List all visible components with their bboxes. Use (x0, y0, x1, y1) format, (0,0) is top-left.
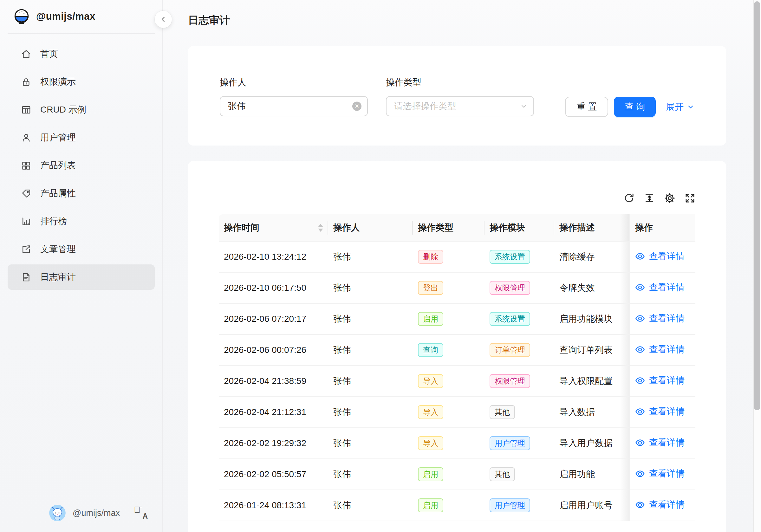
operation-type-tag: 启用 (418, 312, 443, 326)
sidebar-item-permission[interactable]: 权限演示 (8, 69, 155, 94)
view-detail-link[interactable]: 查看详情 (635, 437, 684, 448)
home-icon (21, 49, 31, 59)
eye-icon (635, 438, 645, 448)
sidebar-item-crud[interactable]: CRUD 示例 (8, 97, 155, 122)
operation-type-field: 操作类型 请选择操作类型 (386, 77, 534, 146)
cell-action: 查看详情 (629, 242, 695, 273)
sidebar-item-label: 首页 (40, 48, 58, 60)
user-icon (21, 133, 31, 143)
cell-operation-type: 登出 (413, 273, 485, 304)
sidebar-item-home[interactable]: 首页 (8, 41, 155, 67)
table-row: 2026-02-10 06:17:50张伟登出权限管理令牌失效查看详情 (219, 273, 695, 304)
table-header-row: 操作时间操作人操作类型操作模块操作描述操作 (219, 214, 695, 242)
cell-operation-desc: 启用功能 (554, 459, 629, 490)
sidebar-item-articles[interactable]: 文章管理 (8, 237, 155, 262)
lock-icon (21, 77, 31, 87)
sidebar-item-users[interactable]: 用户管理 (8, 125, 155, 150)
fullscreen-icon[interactable] (684, 193, 695, 204)
view-detail-link[interactable]: 查看详情 (635, 250, 684, 262)
cell-operation-module: 用户管理 (485, 428, 554, 459)
cell-operation-type: 导入 (413, 428, 485, 459)
audit-log-table: 操作时间操作人操作类型操作模块操作描述操作 2026-02-10 13:24:1… (219, 214, 695, 521)
chevron-down-icon (520, 102, 528, 110)
column-height-icon[interactable] (644, 193, 655, 204)
cell-operation-module: 权限管理 (485, 366, 554, 397)
operation-module-tag: 系统设置 (490, 312, 530, 326)
operation-module-tag: 订单管理 (490, 343, 530, 357)
sidebar-item-label: 文章管理 (40, 243, 76, 255)
operation-type-select[interactable]: 请选择操作类型 (386, 96, 534, 116)
app-window: @umijs/max 首页权限演示CRUD 示例用户管理产品列表产品属性排行榜文… (0, 0, 761, 532)
operator-input-wrapper: ✕ (220, 96, 368, 116)
expand-link[interactable]: 展开 (666, 101, 694, 113)
cell-action: 查看详情 (629, 459, 695, 490)
cell-operation-time: 2026-02-02 05:50:57 (219, 459, 328, 490)
query-button[interactable]: 查 询 (614, 97, 656, 117)
view-detail-link[interactable]: 查看详情 (635, 405, 684, 418)
filter-actions: 重 置 查 询 展开 (565, 97, 694, 117)
edit-icon (21, 244, 31, 255)
sidebar-item-product-attrs[interactable]: 产品属性 (8, 181, 155, 206)
sidebar-item-ranking[interactable]: 排行榜 (8, 208, 155, 234)
reload-icon[interactable] (624, 193, 634, 204)
settings-gear-icon[interactable] (664, 193, 675, 204)
sidebar-item-label: 用户管理 (40, 132, 76, 144)
cell-operation-desc: 令牌失效 (554, 273, 629, 304)
cell-operator: 张伟 (328, 459, 413, 490)
cell-operation-desc: 启用用户账号 (554, 490, 629, 521)
eye-icon (635, 376, 645, 385)
cell-operation-time: 2026-02-06 07:20:17 (219, 304, 328, 335)
operation-type-tag: 导入 (418, 405, 443, 419)
eye-icon (635, 282, 645, 292)
table-row: 2026-02-04 21:12:31张伟导入其他导入数据查看详情 (219, 397, 695, 428)
cell-action: 查看详情 (629, 335, 695, 366)
file-text-icon (21, 272, 31, 282)
operation-type-tag: 启用 (418, 467, 443, 481)
cell-action: 查看详情 (629, 273, 695, 304)
chevron-down-icon (687, 103, 694, 111)
footer-brand-name: @umijs/max (73, 508, 120, 518)
cell-operation-time: 2026-02-10 06:17:50 (219, 273, 328, 304)
table-row: 2026-02-02 05:50:57张伟启用其他启用功能查看详情 (219, 459, 695, 490)
column-header-type: 操作类型 (413, 214, 485, 242)
view-detail-link[interactable]: 查看详情 (635, 343, 684, 355)
sidebar-collapse-button[interactable] (155, 11, 172, 28)
view-detail-link[interactable]: 查看详情 (635, 468, 684, 480)
cell-action: 查看详情 (629, 428, 695, 459)
cell-operation-module: 订单管理 (485, 335, 554, 366)
cell-operation-type: 启用 (413, 304, 485, 335)
cell-action: 查看详情 (629, 397, 695, 428)
sidebar-item-label: 日志审计 (40, 271, 76, 283)
table-row: 2026-02-06 07:20:17张伟启用系统设置启用功能模块查看详情 (219, 304, 695, 335)
language-switch-icon[interactable]: 文̄ A (134, 506, 148, 520)
sidebar-item-product-list[interactable]: 产品列表 (8, 153, 155, 178)
cell-operation-desc: 查询订单列表 (554, 335, 629, 366)
operation-type-tag: 启用 (418, 499, 443, 512)
view-detail-link[interactable]: 查看详情 (635, 375, 684, 386)
scrollbar-thumb[interactable] (754, 1, 760, 410)
cell-operation-type: 启用 (413, 459, 485, 490)
cell-operation-module: 系统设置 (485, 242, 554, 273)
sidebar-item-label: 排行榜 (40, 215, 67, 227)
operation-module-tag: 其他 (490, 405, 515, 419)
column-header-operator: 操作人 (328, 214, 413, 242)
view-detail-link[interactable]: 查看详情 (635, 312, 684, 324)
sort-carets-icon[interactable] (318, 224, 323, 232)
main-content: 日志审计 操作人 ✕ 操作类型 请选择操作类型 重 置 (164, 0, 761, 532)
operation-type-tag: 查询 (418, 343, 443, 357)
clear-input-icon[interactable]: ✕ (352, 102, 362, 111)
column-header-time[interactable]: 操作时间 (219, 214, 328, 242)
view-detail-link[interactable]: 查看详情 (635, 499, 684, 511)
chevron-left-icon (159, 15, 167, 24)
brand[interactable]: @umijs/max (0, 0, 162, 33)
table-row: 2026-02-02 19:29:32张伟导入用户管理导入用户数据查看详情 (219, 428, 695, 459)
sidebar-item-label: 权限演示 (40, 76, 76, 88)
view-detail-link[interactable]: 查看详情 (635, 281, 684, 293)
sidebar-item-log-audit[interactable]: 日志审计 (8, 265, 155, 290)
user-avatar[interactable] (49, 505, 66, 521)
reset-button[interactable]: 重 置 (565, 97, 608, 117)
cell-operation-time: 2026-02-04 21:38:59 (219, 366, 328, 397)
operator-input[interactable] (228, 101, 349, 111)
cell-operator: 张伟 (328, 428, 413, 459)
cell-operator: 张伟 (328, 366, 413, 397)
